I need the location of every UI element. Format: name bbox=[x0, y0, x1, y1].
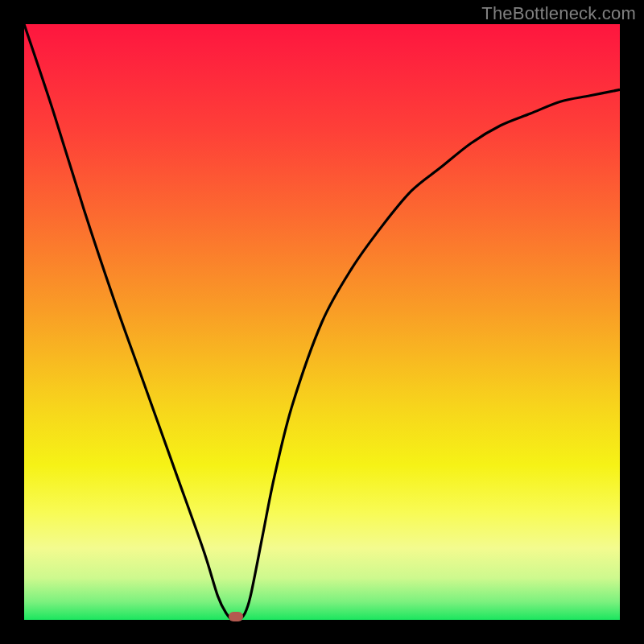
plot-area bbox=[24, 24, 620, 620]
curve-path bbox=[24, 24, 620, 621]
optimum-marker bbox=[229, 612, 243, 621]
watermark-text: TheBottleneck.com bbox=[481, 3, 636, 24]
chart-frame: TheBottleneck.com bbox=[0, 0, 644, 644]
bottleneck-curve bbox=[24, 24, 620, 620]
